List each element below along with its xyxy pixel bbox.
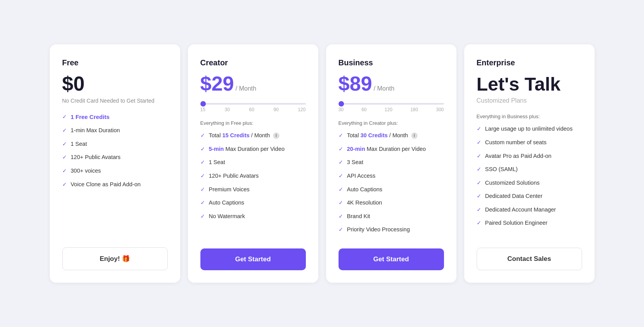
feature-text: Dedicated Data Center	[485, 192, 543, 200]
feature-text: No Watermark	[209, 212, 245, 220]
feature-creator-5: ✓ Premium Voices	[200, 185, 306, 194]
feature-text: Dedicated Account Manager	[485, 206, 556, 213]
feature-text: Premium Voices	[209, 185, 250, 193]
feature-business-7: ✓ Brand Kit	[339, 212, 444, 220]
section-label-business: Everything in Creator plus:	[339, 120, 444, 126]
check-icon: ✓	[200, 199, 205, 207]
check-icon: ✓	[62, 113, 67, 121]
features-enterprise: ✓ Large usage up to unlimited videos ✓ C…	[477, 125, 582, 238]
feature-creator-4: ✓ 120+ Public Avatars	[200, 172, 306, 180]
check-icon: ✓	[477, 206, 481, 214]
features-free: ✓ 1 Free Credits ✓ 1-min Max Duration ✓ …	[62, 113, 168, 194]
plan-name-enterprise: Enterprise	[477, 58, 582, 67]
check-icon: ✓	[477, 139, 481, 147]
slider-thumb-business	[339, 101, 344, 107]
feature-enterprise-8: ✓ Paired Solution Engineer	[477, 219, 582, 227]
info-icon[interactable]: i	[411, 133, 418, 139]
feature-text: Auto Captions	[347, 185, 383, 193]
subtitle-free: No Credit Card Needed to Get Started	[62, 97, 168, 105]
creator-get-started-button[interactable]: Get Started	[200, 248, 306, 270]
feature-text: Paired Solution Engineer	[485, 219, 547, 227]
slider-track-business	[339, 103, 444, 105]
check-icon: ✓	[477, 192, 481, 200]
check-icon: ✓	[339, 132, 343, 140]
pricing-grid: Free $0 No Credit Card Needed to Get Sta…	[50, 44, 595, 283]
feature-creator-2: ✓ 5-min Max Duration per Video	[200, 145, 306, 153]
business-get-started-button[interactable]: Get Started	[339, 248, 444, 270]
price-creator: $29	[200, 73, 234, 94]
check-icon: ✓	[200, 159, 205, 166]
feature-business-2: ✓ 20-min Max Duration per Video	[339, 145, 444, 153]
check-icon: ✓	[339, 186, 343, 194]
check-icon: ✓	[200, 213, 205, 220]
feature-free-5: ✓ 300+ voices	[62, 167, 168, 175]
price-enterprise: Let's Talk	[477, 73, 582, 95]
plan-name-business: Business	[339, 58, 444, 67]
feature-free-3: ✓ 1 Seat	[62, 140, 168, 148]
feature-business-1: ✓ Total 30 Credits / Month i	[339, 131, 444, 140]
section-label-creator: Everything in Free plus:	[200, 120, 306, 126]
feature-text: 4K Resolution	[347, 199, 382, 206]
check-icon: ✓	[477, 152, 481, 160]
feature-text: Customized Solutions	[485, 179, 540, 187]
info-icon[interactable]: i	[273, 133, 279, 139]
section-label-enterprise: Everything in Business plus:	[477, 114, 582, 119]
feature-enterprise-5: ✓ Customized Solutions	[477, 179, 582, 187]
check-icon: ✓	[477, 219, 481, 227]
feature-text: Avatar Pro as Paid Add-on	[485, 152, 552, 160]
slider-thumb-creator	[200, 101, 206, 107]
check-icon: ✓	[339, 159, 343, 166]
enjoy-button[interactable]: Enjoy! 🎁	[62, 247, 168, 270]
check-icon: ✓	[200, 145, 205, 153]
feature-business-6: ✓ 4K Resolution	[339, 199, 444, 207]
feature-text: Priority Video Processing	[347, 226, 410, 233]
feature-creator-1: ✓ Total 15 Credits / Month i	[200, 131, 306, 140]
plan-free: Free $0 No Credit Card Needed to Get Sta…	[50, 44, 180, 283]
feature-business-5: ✓ Auto Captions	[339, 185, 444, 194]
feature-creator-7: ✓ No Watermark	[200, 212, 306, 220]
feature-free-2: ✓ 1-min Max Duration	[62, 126, 168, 135]
feature-free-6: ✓ Voice Clone as Paid Add-on	[62, 180, 168, 189]
check-icon: ✓	[62, 140, 67, 148]
feature-text: 300+ voices	[71, 167, 101, 175]
check-icon: ✓	[339, 172, 343, 180]
plan-enterprise: Enterprise Let's Talk Customized Plans E…	[464, 44, 595, 283]
feature-enterprise-7: ✓ Dedicated Account Manager	[477, 206, 582, 214]
check-icon: ✓	[477, 179, 481, 187]
check-icon: ✓	[200, 132, 205, 140]
feature-text: SSO (SAML)	[485, 165, 518, 173]
check-icon: ✓	[62, 181, 67, 189]
feature-text: 5-min Max Duration per Video	[209, 145, 285, 153]
feature-text: 120+ Public Avatars	[209, 172, 259, 180]
feature-text: 120+ Public Avatars	[71, 153, 121, 161]
feature-enterprise-3: ✓ Avatar Pro as Paid Add-on	[477, 152, 582, 160]
plan-name-creator: Creator	[200, 58, 306, 67]
check-icon: ✓	[477, 125, 481, 133]
slider-creator[interactable]: 15 30 60 90 120	[200, 103, 306, 112]
check-icon: ✓	[339, 226, 343, 234]
feature-text: 1 Seat	[209, 158, 225, 166]
slider-labels-creator: 15 30 60 90 120	[200, 107, 306, 112]
check-icon: ✓	[62, 127, 67, 135]
check-icon: ✓	[200, 172, 205, 180]
check-icon: ✓	[339, 213, 343, 220]
slider-labels-business: 30 60 120 180 300	[339, 107, 444, 112]
features-business: ✓ Total 30 Credits / Month i ✓ 20-min Ma…	[339, 131, 444, 239]
feature-text: 1 Seat	[71, 140, 87, 148]
feature-creator-3: ✓ 1 Seat	[200, 158, 306, 166]
feature-text: Voice Clone as Paid Add-on	[71, 180, 141, 188]
feature-enterprise-4: ✓ SSO (SAML)	[477, 165, 582, 173]
feature-enterprise-2: ✓ Custom number of seats	[477, 138, 582, 147]
check-icon: ✓	[477, 166, 481, 173]
slider-business[interactable]: 30 60 120 180 300	[339, 103, 444, 112]
feature-text: Custom number of seats	[485, 138, 547, 146]
feature-text: Auto Captions	[209, 199, 244, 206]
customized-plans: Customized Plans	[477, 97, 582, 104]
contact-sales-button[interactable]: Contact Sales	[477, 248, 582, 270]
check-icon: ✓	[200, 186, 205, 194]
feature-business-3: ✓ 3 Seat	[339, 158, 444, 166]
plan-creator: Creator $29 / Month 15 30 60 90 120 Ever…	[188, 44, 318, 283]
price-per-creator: / Month	[235, 85, 256, 92]
features-creator: ✓ Total 15 Credits / Month i ✓ 5-min Max…	[200, 131, 306, 239]
feature-enterprise-6: ✓ Dedicated Data Center	[477, 192, 582, 200]
